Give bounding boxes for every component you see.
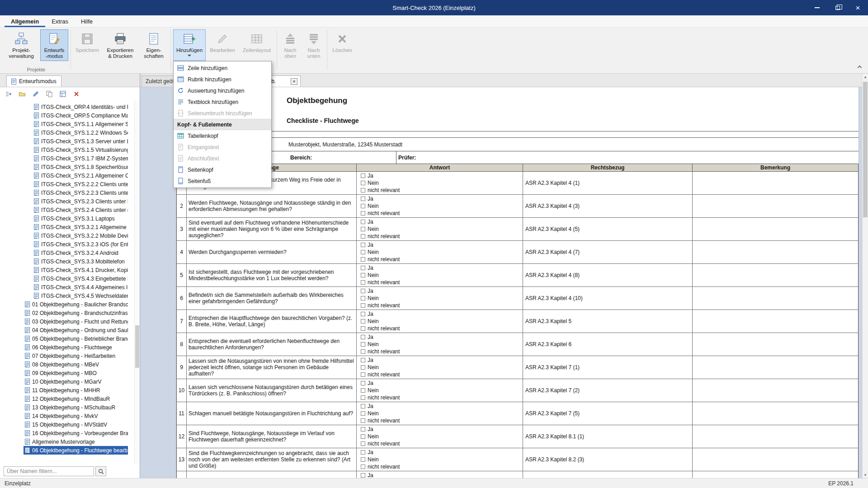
tree-item[interactable]: 03 Objektbegehung - Flucht und Rettung..…	[0, 317, 140, 326]
tree-item[interactable]: ITGS-Check_SYS.4.1 Drucker, Kopier...	[0, 266, 140, 274]
tree-item[interactable]: 10 Objektbegehung - MGarV	[0, 377, 140, 386]
loeschen-button[interactable]: Löschen	[330, 29, 355, 61]
tree-item[interactable]: ITGS-Check_SYS.2.2.2 Clients unter ...	[0, 180, 140, 188]
tree-item[interactable]: ITGS-Check_SYS.1.2.2 Windows Ser...	[0, 128, 140, 137]
tree-item[interactable]: 04 Objektbegehung - Ordnung und Saub...	[0, 326, 140, 334]
checkbox-nicht-relevant[interactable]	[361, 234, 365, 239]
tree-scrollbar[interactable]	[134, 101, 140, 465]
checkbox-nicht-relevant[interactable]	[361, 326, 365, 331]
menu-item-auswertung-hinzufuegen[interactable]: Auswertung hinzufügen	[174, 85, 271, 96]
eigenschaften-button[interactable]: Eigen- schaften	[139, 29, 168, 61]
tree-item[interactable]: ITGS-Check_SYS.2.1 Allgemeiner Client	[0, 171, 140, 180]
tree-item[interactable]: 12 Objektbegehung - MIndBauR	[0, 394, 140, 403]
main-scrollbar[interactable]: ▲ ▼	[862, 74, 868, 478]
tree-item[interactable]: 02 Objektbegehung - Brandschutzinfrastr.…	[0, 309, 140, 317]
scroll-down-arrow[interactable]: ▼	[863, 472, 868, 478]
checkbox-nein[interactable]	[361, 273, 365, 277]
bearbeiten-button[interactable]: Bearbeiten	[208, 29, 237, 61]
tree-item[interactable]: 06 Objektbegehung - Fluchtwege	[0, 343, 140, 352]
checkbox-nicht-relevant[interactable]	[361, 349, 365, 354]
tree-item[interactable]: 15 Objektbegehung - MVStättV	[0, 420, 140, 429]
checkbox-ja[interactable]	[361, 174, 365, 178]
tree-item[interactable]: 16 Objektbegehung - Vorbeugender Bran...	[0, 429, 140, 437]
tree-item[interactable]: ITGS-Check_SYS.3.1 Laptops	[0, 214, 140, 223]
checkbox-nein[interactable]	[361, 227, 365, 231]
tree-item[interactable]: 13 Objektbegehung - MSchulbauR	[0, 403, 140, 412]
checkbox-ja[interactable]	[361, 473, 365, 478]
tree-item[interactable]: 08 Objektbegehung - MBeV	[0, 360, 140, 369]
tree-item[interactable]: 14 Objektbegehung - MvkV	[0, 412, 140, 420]
checkbox-nicht-relevant[interactable]	[361, 211, 365, 216]
checkbox-nicht-relevant[interactable]	[361, 418, 365, 423]
checkbox-nein[interactable]	[361, 319, 365, 324]
tree-item[interactable]: 01 Objektbegehung - Baulicher Brandschut…	[0, 300, 140, 309]
tree-item[interactable]: ITGS-Check_SYS.2.2.3 Clients unter ...	[0, 188, 140, 197]
checkbox-ja[interactable]	[361, 358, 365, 362]
ribbon-collapse-button[interactable]	[856, 63, 863, 70]
tree-item[interactable]: ITGS-Check_ORP.4 Identitäts- und B...	[0, 103, 140, 111]
close-button[interactable]: ×	[848, 0, 868, 15]
nach-unten-button[interactable]: Nach unten	[303, 29, 325, 61]
entwurfsmodus-button[interactable]: Entwurfs -modus	[40, 29, 68, 61]
tree-item[interactable]: ITGS-Check_SYS.3.3 Mobiltelefon	[0, 257, 140, 266]
hinzufuegen-button[interactable]: Hinzufügen	[173, 29, 206, 61]
copy-button[interactable]	[45, 90, 53, 98]
tree-item[interactable]: ITGS-Check_SYS.1.7 IBM Z-System	[0, 154, 140, 163]
tree-item[interactable]: ITGS-Check_SYS.1.3 Server unter Lin...	[0, 137, 140, 145]
tree-item[interactable]: ITGS-Check_SYS.3.2.1 Allgemeine S...	[0, 223, 140, 231]
tree-item[interactable]: ITGS-Check_SYS.2.3 Clients unter Lin...	[0, 197, 140, 206]
tree-item[interactable]: ITGS-Check_SYS.4.4 Allgemeines IoT...	[0, 283, 140, 291]
checkbox-ja[interactable]	[361, 197, 365, 201]
tab-close-button[interactable]: ×	[291, 78, 297, 85]
menu-item-seitenfuss[interactable]: Seitenfuß	[174, 175, 271, 187]
checkbox-nein[interactable]	[361, 434, 365, 439]
menu-item-tabellenkopf[interactable]: Tabellenkopf	[174, 130, 271, 141]
checkbox-nicht-relevant[interactable]	[361, 188, 365, 192]
checkbox-nein[interactable]	[361, 181, 365, 185]
checkbox-nein[interactable]	[361, 342, 365, 347]
tree-item[interactable]: ITGS-Check_SYS.3.2.2 Mobile Device...	[0, 231, 140, 240]
tree-item[interactable]: ITGS-Check_SYS.3.2.4 Android	[0, 249, 140, 257]
checkbox-nicht-relevant[interactable]	[361, 280, 365, 285]
search-button[interactable]	[95, 466, 106, 476]
tree-item[interactable]: ITGS-Check_SYS.1.1 Allgemeiner Ser...	[0, 120, 140, 128]
checkbox-ja[interactable]	[361, 220, 365, 224]
menu-item-textblock-hinzufuegen[interactable]: Textblock hinzufügen	[174, 96, 271, 108]
tree-item[interactable]: 05 Objektbegehung - Betrieblicher Brand.…	[0, 334, 140, 343]
tree-item[interactable]: ITGS-Check_SYS.1.8 Speicherlösungen	[0, 163, 140, 171]
restore-button[interactable]	[827, 0, 848, 15]
name-filter-input[interactable]	[4, 466, 94, 476]
speichern-button[interactable]: Speichern	[73, 29, 101, 61]
checkbox-ja[interactable]	[361, 335, 365, 339]
tree-item[interactable]: 06 Objektbegehung - Fluchtwege bearb.	[0, 446, 140, 455]
menu-item-seitenkopf[interactable]: Seitenkopf	[174, 164, 271, 175]
checkbox-nein[interactable]	[361, 250, 365, 254]
tree-item[interactable]: 09 Objektbegehung - MBO	[0, 369, 140, 377]
checkbox-ja[interactable]	[361, 312, 365, 316]
checkbox-ja[interactable]	[361, 266, 365, 270]
menu-tab-extras[interactable]: Extras	[45, 15, 75, 27]
checkbox-nicht-relevant[interactable]	[361, 465, 365, 469]
main-scrollbar-thumb[interactable]	[863, 82, 868, 217]
checkbox-nicht-relevant[interactable]	[361, 441, 365, 446]
checkbox-ja[interactable]	[361, 404, 365, 408]
checkbox-ja[interactable]	[361, 450, 365, 455]
tree-item[interactable]: 11 Objektbegehung - MHHR	[0, 386, 140, 394]
checkbox-nein[interactable]	[361, 388, 365, 393]
exportieren-drucken-button[interactable]: Exportieren & Drucken	[103, 29, 137, 61]
checkbox-nein[interactable]	[361, 457, 365, 462]
tab-entwurfsmodus[interactable]: Entwurfsmodus	[6, 75, 61, 87]
tree-item[interactable]: ITGS-Check_ORP.5 Compliance Mana...	[0, 111, 140, 120]
projektverwaltung-button[interactable]: Projekt- verwaltung	[4, 29, 38, 61]
tree-item[interactable]: ITGS-Check_SYS.4.3 Eingebettete Sy...	[0, 274, 140, 283]
scroll-up-arrow[interactable]: ▲	[863, 74, 868, 80]
tree-item[interactable]: 07 Objektbegehung - Heißarbeiten	[0, 352, 140, 360]
tree-scrollbar-thumb[interactable]	[135, 325, 139, 368]
checkbox-nicht-relevant[interactable]	[361, 372, 365, 377]
open-template-button[interactable]	[18, 90, 26, 98]
tab-zuletzt-geoeffnet[interactable]: Zuletzt geöffnet	[142, 75, 174, 87]
checkbox-ja[interactable]	[361, 381, 365, 385]
checkbox-nein[interactable]	[361, 296, 365, 300]
tree-item[interactable]: ITGS-Check_SYS.1.5 Virtualisierung	[0, 145, 140, 154]
expand-tree-button[interactable]	[5, 90, 13, 98]
